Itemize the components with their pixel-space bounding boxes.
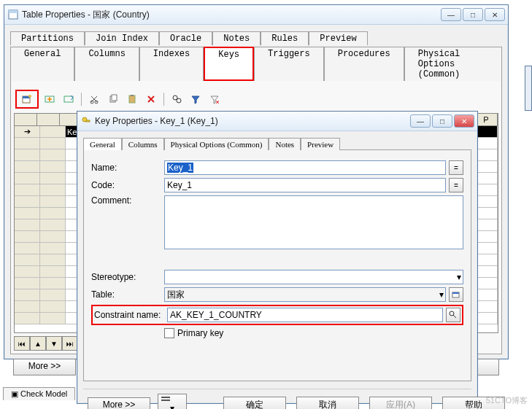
minimize-button[interactable]: — — [441, 8, 461, 21]
close-button[interactable]: ✕ — [454, 114, 474, 128]
check-icon: ▣ — [11, 389, 20, 398]
key-title: Key Properties - Key_1 (Key_1) — [95, 116, 410, 126]
svg-point-14 — [177, 98, 181, 103]
key-footer: More >> ▾ 确定 取消 应用(A) 帮助 — [83, 389, 471, 409]
svg-rect-11 — [129, 96, 135, 103]
name-equals-button[interactable]: = — [449, 160, 463, 175]
filter-clear-icon[interactable] — [207, 91, 223, 107]
nav-next-icon[interactable]: ▼ — [46, 336, 62, 351]
stereotype-select[interactable]: ▾ — [164, 270, 463, 284]
chevron-down-icon: ▾ — [439, 289, 444, 300]
code-input[interactable]: Key_1 — [164, 178, 446, 192]
key-titlebar[interactable]: Key Properties - Key_1 (Key_1) — □ ✕ — [77, 112, 477, 131]
stereotype-label: Stereotype: — [91, 272, 164, 282]
table-field: 国家 ▾ — [164, 287, 446, 302]
properties-icon[interactable] — [15, 90, 39, 109]
close-button[interactable]: ✕ — [485, 8, 505, 21]
key-tabs: General Columns Physical Options (Common… — [83, 137, 471, 149]
grid-corner[interactable] — [15, 114, 37, 125]
primary-key-label: Primary key — [177, 328, 223, 338]
svg-rect-21 — [161, 400, 170, 401]
tab-key-notes[interactable]: Notes — [269, 138, 301, 150]
table-browse-button[interactable] — [449, 287, 463, 302]
svg-rect-10 — [112, 95, 117, 101]
chevron-down-icon: ▾ — [457, 272, 461, 282]
keys-toolbar — [14, 88, 498, 110]
paste-icon[interactable] — [124, 91, 140, 107]
svg-rect-16 — [86, 120, 90, 122]
svg-rect-1 — [9, 10, 18, 13]
svg-rect-18 — [452, 292, 459, 294]
customize-button[interactable]: ▾ — [158, 394, 187, 409]
tab-columns[interactable]: Columns — [74, 47, 139, 81]
tab-key-columns[interactable]: Columns — [122, 138, 164, 150]
ok-button[interactable]: 确定 — [223, 397, 286, 410]
more-button[interactable]: More >> — [13, 359, 76, 375]
minimize-button[interactable]: — — [410, 114, 431, 128]
filter-icon[interactable] — [188, 91, 204, 107]
checkbox-icon — [164, 328, 174, 338]
tab-preview[interactable]: Preview — [309, 31, 367, 45]
side-panel-sliver — [525, 66, 532, 111]
tabs-row-2: General Columns Indexes Keys Triggers Pr… — [10, 46, 502, 80]
delete-icon[interactable] — [143, 91, 159, 107]
find-icon[interactable] — [169, 91, 185, 107]
name-input[interactable]: Key_1 — [164, 160, 446, 175]
key-properties-window: Key Properties - Key_1 (Key_1) — □ ✕ Gen… — [77, 111, 478, 404]
more-button[interactable]: More >> — [88, 397, 150, 409]
tab-key-physical[interactable]: Physical Options (Common) — [164, 138, 269, 150]
insert-row-icon[interactable] — [42, 91, 58, 107]
nav-prev-icon[interactable]: ▲ — [30, 336, 46, 351]
table-icon — [7, 9, 19, 20]
comment-label: Comment: — [91, 195, 164, 206]
svg-point-4 — [28, 95, 31, 98]
code-equals-button[interactable]: = — [449, 178, 463, 192]
tab-key-general[interactable]: General — [83, 138, 122, 150]
comment-textarea[interactable] — [164, 195, 463, 249]
tab-join-index[interactable]: Join Index — [85, 31, 159, 45]
tab-indexes[interactable]: Indexes — [139, 47, 204, 81]
document-tab-check-model[interactable]: ▣ Check Model — [3, 387, 75, 400]
tab-partitions[interactable]: Partitions — [10, 31, 85, 45]
table-title: Table Properties - 国家 (Country) — [22, 9, 441, 21]
constraint-name-input[interactable]: AK_KEY_1_COUNTRY — [167, 308, 443, 322]
tab-rules[interactable]: Rules — [261, 31, 309, 45]
cut-icon[interactable] — [86, 91, 102, 107]
table-label: Table: — [91, 289, 164, 300]
watermark-text: 51CTO博客 — [486, 395, 528, 406]
svg-rect-12 — [131, 95, 134, 96]
row-indicator-icon: ➔ — [15, 126, 40, 138]
copy-icon[interactable] — [105, 91, 121, 107]
table-titlebar[interactable]: Table Properties - 国家 (Country) — □ ✕ — [4, 5, 508, 25]
nav-first-icon[interactable]: ⏮ — [14, 336, 30, 351]
grid-head-p[interactable]: P — [475, 114, 498, 125]
tab-procedures[interactable]: Procedures — [324, 47, 404, 81]
maximize-button[interactable]: □ — [463, 8, 483, 21]
code-label: Code: — [91, 180, 164, 190]
tab-keys[interactable]: Keys — [204, 47, 254, 81]
grid-rownum-head — [37, 114, 60, 125]
constraint-label: Constraint name: — [94, 310, 167, 320]
key-icon — [80, 115, 92, 127]
tab-notes[interactable]: Notes — [212, 31, 261, 45]
tab-triggers[interactable]: Triggers — [254, 47, 324, 81]
maximize-button[interactable]: □ — [432, 114, 452, 128]
svg-rect-20 — [161, 397, 170, 398]
tab-general[interactable]: General — [10, 47, 74, 81]
add-row-icon[interactable] — [61, 91, 77, 107]
primary-key-checkbox[interactable]: Primary key — [164, 328, 463, 338]
tabs-row-1: Partitions Join Index Oracle Notes Rules… — [10, 31, 502, 44]
name-label: Name: — [91, 163, 164, 173]
tab-physical-options[interactable]: Physical Options (Common) — [404, 47, 502, 81]
tab-key-preview[interactable]: Preview — [301, 138, 340, 150]
nav-last-icon[interactable]: ⏭ — [62, 336, 78, 351]
cancel-button[interactable]: 取消 — [296, 397, 359, 410]
row-num — [40, 126, 66, 138]
constraint-action-button[interactable] — [446, 308, 460, 322]
tab-oracle[interactable]: Oracle — [159, 31, 212, 45]
apply-button[interactable]: 应用(A) — [369, 397, 432, 410]
